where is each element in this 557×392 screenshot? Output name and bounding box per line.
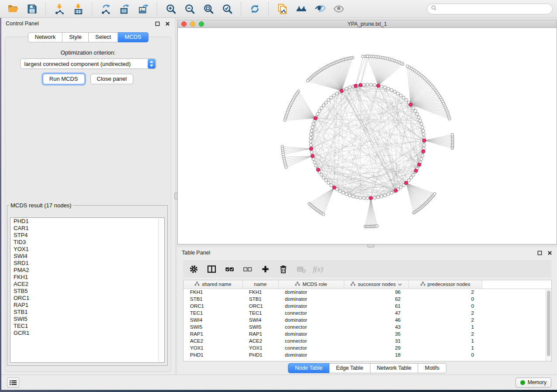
gear-button[interactable] [186, 262, 202, 276]
graph-node[interactable] [393, 90, 396, 93]
open-folder-button[interactable] [4, 1, 22, 16]
clear-selection-button[interactable] [239, 262, 256, 276]
mcds-graph-node[interactable] [332, 186, 336, 189]
graph-node[interactable] [421, 126, 424, 129]
export-image-button[interactable] [135, 1, 152, 16]
graphics-details-button[interactable] [311, 1, 329, 16]
mcds-result-item[interactable]: STB5 [10, 288, 164, 295]
graph-node[interactable] [322, 176, 325, 179]
graph-node[interactable] [352, 195, 355, 198]
graph-node[interactable] [387, 87, 390, 90]
splitter-grip[interactable] [174, 193, 178, 199]
mcds-result-scrollbar[interactable] [158, 218, 164, 362]
mcds-result-list[interactable]: PHD1CAR1STP4TID3YOX1SWI4SRD1PMA2FKH1ACE2… [10, 217, 165, 363]
mcds-graph-node[interactable] [377, 84, 380, 87]
splitter-grip[interactable] [367, 244, 374, 248]
graph-node[interactable] [306, 79, 309, 82]
mcds-graph-node[interactable] [414, 169, 418, 172]
graph-node[interactable] [309, 136, 312, 139]
mcds-graph-node[interactable] [359, 83, 362, 87]
add-column-button[interactable] [257, 262, 273, 276]
graph-node[interactable] [362, 196, 365, 199]
graph-node[interactable] [345, 193, 348, 196]
graph-node[interactable] [396, 92, 399, 95]
mcds-graph-node[interactable] [311, 155, 314, 158]
mcds-graph-node[interactable] [316, 168, 320, 172]
graph-node[interactable] [421, 154, 424, 157]
mcds-result-item[interactable]: YOX1 [10, 246, 164, 253]
graph-node[interactable] [325, 101, 328, 104]
mcds-graph-node[interactable] [340, 89, 343, 93]
mcds-result-item[interactable]: SRD1 [10, 260, 164, 267]
graph-node[interactable] [310, 151, 313, 154]
mcds-graph-node[interactable] [422, 150, 425, 153]
graph-node[interactable] [310, 133, 313, 136]
column-header-name[interactable]: name [242, 280, 278, 289]
graph-node[interactable] [315, 164, 318, 167]
graph-node[interactable] [384, 194, 387, 197]
mcds-graph-node[interactable] [394, 189, 398, 193]
graph-node[interactable] [285, 165, 287, 168]
table-row[interactable]: ACE2ACE2connector311 [183, 337, 551, 344]
panel-stack-menu-button[interactable] [7, 378, 19, 388]
control-panel-float-button[interactable] [154, 21, 160, 27]
table-row[interactable]: YOX1YOX1connector291 [183, 344, 551, 351]
mcds-graph-node[interactable] [418, 163, 421, 166]
vertical-splitter[interactable] [175, 18, 177, 375]
graph-node[interactable] [284, 119, 286, 121]
graph-node[interactable] [366, 83, 369, 86]
graph-node[interactable] [309, 144, 312, 147]
graph-node[interactable] [419, 119, 422, 122]
mcds-result-item[interactable]: TID3 [10, 239, 164, 246]
graph-node[interactable] [420, 158, 423, 161]
mcds-graph-node[interactable] [314, 117, 317, 120]
table-row[interactable]: STB1STB1dominator620 [183, 296, 551, 303]
split-columns-button[interactable] [204, 262, 220, 276]
column-header-successor-nodes[interactable]: successor nodes [344, 280, 408, 289]
graph-node[interactable] [370, 83, 373, 86]
table-row[interactable]: SWI4SWI4dominator462 [183, 316, 551, 323]
mcds-graph-node[interactable] [309, 147, 313, 151]
graph-node[interactable] [390, 89, 393, 92]
graph-node[interactable] [318, 110, 321, 113]
graph-node[interactable] [355, 196, 358, 199]
export-table-button[interactable] [116, 1, 133, 16]
control-panel-close-button[interactable] [164, 21, 170, 27]
graph-node[interactable] [422, 144, 426, 147]
graph-node[interactable] [332, 94, 336, 97]
function-builder-button[interactable]: f(x) [311, 262, 327, 276]
delete-column-button[interactable] [275, 262, 291, 276]
graph-node[interactable] [348, 86, 351, 89]
save-session-button[interactable] [23, 1, 41, 16]
graph-node[interactable] [399, 94, 402, 97]
graph-node[interactable] [330, 184, 333, 187]
graph-node[interactable] [415, 113, 419, 116]
graph-node[interactable] [417, 116, 420, 119]
graph-node[interactable] [390, 191, 393, 194]
run-mcds-button[interactable]: Run MCDS [43, 74, 85, 84]
table-tab-edge-table[interactable]: Edge Table [329, 363, 370, 373]
graph-node[interactable] [345, 87, 348, 90]
graph-node[interactable] [402, 96, 405, 99]
mcds-result-item[interactable]: ORC1 [10, 295, 164, 302]
memory-button[interactable]: Memory [515, 378, 551, 388]
graph-node[interactable] [376, 225, 378, 227]
graph-node[interactable] [362, 55, 364, 58]
close-window-icon[interactable] [181, 21, 187, 27]
table-row[interactable]: PHD1PHD1dominator180 [183, 351, 551, 358]
table-tab-node-table[interactable]: Node Table [288, 363, 329, 373]
close-panel-button[interactable]: Close panel [90, 74, 134, 84]
graph-node[interactable] [433, 193, 436, 195]
mcds-graph-node[interactable] [405, 181, 408, 185]
scrollbar-thumb[interactable] [547, 291, 550, 356]
graph-node[interactable] [313, 161, 316, 164]
mcds-graph-node[interactable] [409, 103, 412, 107]
graph-node[interactable] [422, 133, 426, 136]
graph-node[interactable] [387, 193, 390, 196]
graph-node[interactable] [359, 196, 362, 199]
graph-node[interactable] [342, 191, 345, 194]
graph-node[interactable] [373, 196, 376, 199]
graph-node[interactable] [373, 84, 376, 87]
table-row[interactable]: RAP1RAP1dominator352 [183, 330, 551, 337]
column-header-mcds-role[interactable]: MCDS role [278, 280, 344, 289]
